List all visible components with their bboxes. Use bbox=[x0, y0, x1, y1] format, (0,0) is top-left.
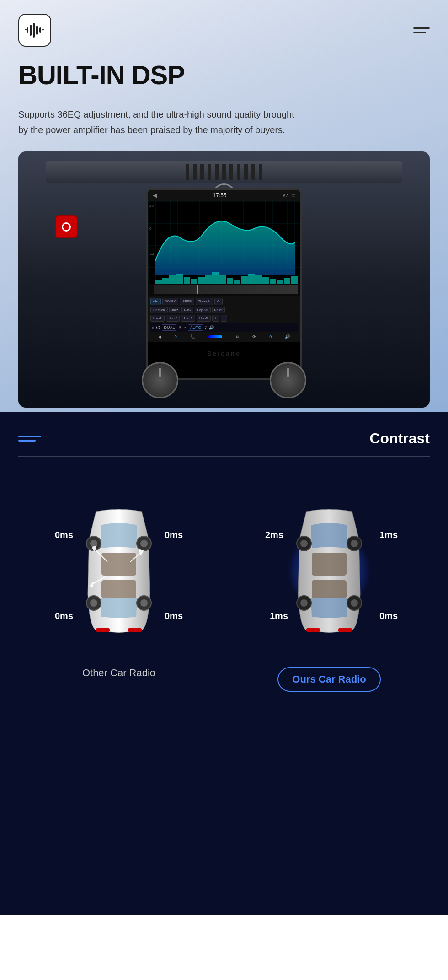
contrast-line-2 bbox=[18, 440, 36, 442]
eq-display: 20 0 -20 bbox=[148, 201, 300, 284]
svg-rect-28 bbox=[312, 580, 347, 598]
srs-btn[interactable]: SRS® bbox=[180, 298, 194, 305]
svg-point-30 bbox=[300, 540, 308, 547]
jazz-btn[interactable]: Jazz bbox=[169, 307, 180, 313]
user5-btn[interactable]: User5 bbox=[197, 315, 211, 322]
user1-btn[interactable]: User1 bbox=[150, 315, 165, 322]
through-btn[interactable]: Through bbox=[196, 298, 213, 305]
contrast-divider bbox=[18, 456, 430, 457]
remove-user-btn[interactable]: - bbox=[221, 315, 227, 322]
bottom-dials bbox=[142, 362, 306, 398]
nav-0b: 0 bbox=[269, 334, 272, 339]
nav-fan[interactable]: ≋ bbox=[235, 334, 239, 339]
subtitle-text: Supports 36EQ adjustment, and the ultra-… bbox=[18, 107, 302, 138]
popular-btn[interactable]: Popular bbox=[195, 307, 210, 313]
add-user-btn[interactable]: + bbox=[212, 315, 219, 322]
title-divider bbox=[18, 98, 430, 98]
ours-car-svg bbox=[293, 502, 366, 640]
svg-point-32 bbox=[351, 540, 358, 547]
other-delay-top-left: 0ms bbox=[55, 530, 73, 540]
watermark: Seicane bbox=[207, 350, 241, 357]
svg-rect-20 bbox=[128, 628, 142, 632]
svg-rect-27 bbox=[312, 553, 347, 576]
ours-car-side: 2ms 1ms 1ms 0ms bbox=[229, 484, 430, 692]
ours-car-top-view: 2ms 1ms 1ms 0ms bbox=[265, 484, 393, 658]
dolby-btn[interactable]: DOLBY bbox=[162, 298, 179, 305]
dts-btn[interactable]: dts bbox=[150, 298, 161, 305]
svg-rect-10 bbox=[101, 580, 136, 598]
other-car-svg bbox=[82, 502, 155, 640]
bottom-section: Contrast 0ms 0ms 0ms 0ms bbox=[0, 412, 448, 915]
svg-rect-37 bbox=[306, 628, 320, 632]
menu-button[interactable] bbox=[413, 27, 430, 33]
logo-icon bbox=[24, 19, 46, 41]
page-title: BUILT-IN DSP bbox=[18, 60, 430, 90]
svg-point-18 bbox=[140, 599, 148, 607]
nav-loc[interactable]: ⟳ bbox=[252, 334, 256, 339]
classical-btn[interactable]: Classical bbox=[150, 307, 168, 313]
loop-btn[interactable]: ⟳ bbox=[214, 298, 223, 305]
screen-controls: dts DOLBY SRS® Through ⟳ Classical Jazz … bbox=[148, 296, 300, 342]
other-delay-bottom-left: 0ms bbox=[55, 611, 73, 621]
reset-btn[interactable]: Reset bbox=[212, 307, 225, 313]
top-section: BUILT-IN DSP Supports 36EQ adjustment, a… bbox=[0, 0, 448, 412]
svg-rect-19 bbox=[96, 628, 110, 632]
dial-left[interactable] bbox=[142, 362, 178, 398]
contrast-label: Contrast bbox=[369, 430, 430, 447]
freq-bars bbox=[155, 270, 298, 284]
rock-btn[interactable]: Rock bbox=[181, 307, 193, 313]
eq-slider-row: || bbox=[148, 284, 300, 296]
svg-point-14 bbox=[140, 540, 148, 547]
svg-point-34 bbox=[300, 599, 308, 607]
car-dashboard-image: ◀ 17:55 ∧∧ ▭ 20 0 -20 bbox=[18, 151, 430, 408]
cars-comparison: 0ms 0ms 0ms 0ms bbox=[18, 475, 430, 701]
contrast-line-1 bbox=[18, 436, 41, 437]
audio-slider[interactable] bbox=[208, 335, 222, 338]
car-bg: ◀ 17:55 ∧∧ ▭ 20 0 -20 bbox=[18, 151, 430, 408]
screen-time: 17:55 bbox=[213, 192, 226, 199]
svg-rect-2 bbox=[33, 23, 35, 38]
svg-rect-9 bbox=[101, 553, 136, 576]
user3-btn[interactable]: User3 bbox=[181, 315, 195, 322]
ours-delay-top-right: 1ms bbox=[379, 530, 398, 540]
user2-btn[interactable]: User2 bbox=[166, 315, 180, 322]
svg-rect-1 bbox=[30, 25, 32, 36]
ours-delay-top-left: 2ms bbox=[265, 530, 283, 540]
emergency-button[interactable] bbox=[55, 215, 78, 238]
logo bbox=[18, 14, 51, 47]
contrast-header: Contrast bbox=[18, 430, 430, 447]
other-car-label: Other Car Radio bbox=[82, 667, 155, 679]
screen-header: ◀ 17:55 ∧∧ ▭ bbox=[148, 190, 300, 201]
nav-back[interactable]: ◀ bbox=[158, 334, 161, 339]
page-header bbox=[18, 14, 430, 47]
svg-rect-3 bbox=[36, 26, 38, 35]
ours-delay-bottom-left: 1ms bbox=[270, 611, 288, 621]
contrast-lines-icon bbox=[18, 436, 41, 442]
other-delay-top-right: 0ms bbox=[165, 530, 183, 540]
car-vents bbox=[46, 161, 402, 183]
other-delay-bottom-right: 0ms bbox=[165, 611, 183, 621]
svg-rect-38 bbox=[338, 628, 352, 632]
other-car-side: 0ms 0ms 0ms 0ms bbox=[18, 484, 219, 679]
other-car-top-view: 0ms 0ms 0ms 0ms bbox=[55, 484, 183, 658]
nav-vol[interactable]: 🔊 bbox=[285, 334, 290, 339]
ours-delay-bottom-right: 0ms bbox=[379, 611, 398, 621]
ours-car-label-button[interactable]: Ours Car Radio bbox=[277, 667, 380, 692]
svg-rect-0 bbox=[27, 27, 28, 33]
dial-right[interactable] bbox=[270, 362, 306, 398]
nav-0: 0 bbox=[175, 334, 177, 339]
nav-phone[interactable]: 📞 bbox=[190, 334, 195, 339]
svg-point-36 bbox=[351, 599, 358, 607]
svg-rect-4 bbox=[39, 27, 41, 33]
svg-point-16 bbox=[90, 599, 97, 607]
